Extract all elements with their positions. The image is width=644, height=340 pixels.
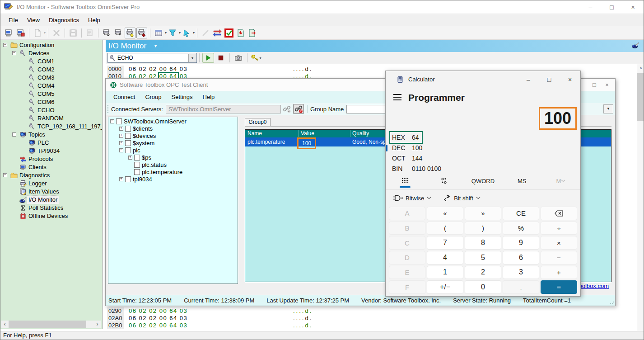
- toolbar-grip[interactable]: [107, 105, 109, 113]
- tree-expander[interactable]: −: [3, 173, 7, 177]
- calc-key-2[interactable]: 2: [465, 266, 501, 279]
- tree-item-label[interactable]: Devices: [27, 49, 51, 57]
- opc-tree-label[interactable]: SWToolbox.OmniServer: [124, 118, 187, 125]
- tree-item-label[interactable]: Poll Statistics: [27, 204, 65, 212]
- radix-row-dec[interactable]: DEC100: [386, 143, 580, 153]
- monitor-config-button[interactable]: [15, 28, 26, 38]
- opc-tree-item--devices[interactable]: +$devices: [108, 132, 238, 140]
- tree-item-label[interactable]: Diagnostics: [18, 171, 51, 179]
- stop-capture-button[interactable]: [215, 53, 227, 63]
- tree-item-label[interactable]: COM2: [36, 66, 56, 74]
- tree-expander[interactable]: +: [119, 127, 123, 131]
- tree-item-label[interactable]: Item Values: [27, 188, 61, 196]
- scroll-up-button[interactable]: ∧: [637, 64, 644, 72]
- tree-item-tcp-192-168-111-197-9764[interactable]: TCP_192_168_111_197_9764: [0, 123, 102, 131]
- tree-item-clients[interactable]: Clients: [0, 163, 102, 171]
- tree-item-label[interactable]: I/O Monitor: [27, 196, 59, 204]
- tree-item-label[interactable]: COM6: [36, 98, 56, 106]
- calc-key-([interactable]: (: [427, 222, 463, 235]
- filter-button[interactable]: [167, 28, 178, 38]
- tree-item-label[interactable]: RANDOM: [36, 114, 65, 123]
- column-header-value[interactable]: Value: [301, 130, 314, 137]
- tree-item-label[interactable]: TCP_192_168_111_197_9764: [36, 123, 103, 131]
- calc-key-5[interactable]: 5: [465, 251, 501, 264]
- opc-maximize-button[interactable]: □: [588, 79, 601, 91]
- item-checkbox[interactable]: [125, 147, 131, 153]
- opc-menu-group[interactable]: Group: [140, 91, 166, 103]
- opc-tree-item-plc[interactable]: −plc: [108, 147, 238, 154]
- opc-tree-item--ps[interactable]: +$ps: [108, 154, 238, 161]
- tree-item-label[interactable]: Clients: [27, 163, 48, 171]
- calc-key-3[interactable]: 3: [503, 266, 539, 279]
- opc-menu-connect[interactable]: Connect: [108, 91, 140, 103]
- grid-view-dropdown[interactable]: ▾: [165, 31, 167, 35]
- combo-dropdown-button[interactable]: ▾: [188, 54, 196, 62]
- calc-key-equals[interactable]: =: [541, 280, 577, 294]
- calc-key-+[interactable]: +: [541, 266, 577, 279]
- tree-item-com3[interactable]: COM3: [0, 74, 102, 82]
- tree-item-com1[interactable]: COM1: [0, 57, 102, 66]
- item-checkbox[interactable]: [134, 162, 140, 168]
- tree-expander[interactable]: −: [12, 51, 16, 55]
- tree-item-label[interactable]: Logger: [27, 179, 48, 188]
- opc-tree-item--system[interactable]: +$system: [108, 140, 238, 147]
- opc-tree-item-swtoolbox-omniserver[interactable]: −SWToolbox.OmniServer: [108, 118, 238, 125]
- maximize-button[interactable]: □: [601, 0, 622, 14]
- tree-item-poll-statistics[interactable]: Poll Statistics: [0, 204, 102, 212]
- opc-close-button[interactable]: ×: [601, 79, 613, 91]
- io-monitor-caret-icon[interactable]: ▾: [154, 40, 157, 52]
- calc-key-»[interactable]: »: [465, 207, 501, 220]
- tree-item-protocols[interactable]: Protocols: [0, 155, 102, 163]
- calc-key-6[interactable]: 6: [503, 251, 539, 264]
- tree-item-i-o-monitor[interactable]: I/O Monitor: [0, 196, 102, 204]
- tree-horizontal-scrollbar[interactable]: ‹ ›: [1, 321, 101, 328]
- tree-item-diagnostics[interactable]: −Diagnostics: [0, 171, 102, 179]
- calc-key-0[interactable]: 0: [465, 280, 501, 294]
- tree-item-devices[interactable]: −Devices: [0, 49, 102, 57]
- bit-keypad-toggle[interactable]: [425, 174, 463, 188]
- tree-expander[interactable]: −: [119, 148, 123, 152]
- item-combo-dropdown-button[interactable]: ▼: [603, 104, 613, 113]
- group-tab[interactable]: Group0: [245, 118, 271, 126]
- scroll-left-button[interactable]: ‹: [1, 321, 9, 328]
- opc-menu-help[interactable]: Help: [198, 91, 220, 103]
- opc-tree-item-plc-status[interactable]: plc.status: [108, 161, 238, 169]
- item-checkbox[interactable]: [125, 133, 131, 139]
- opc-tree-label[interactable]: plc.temperature: [142, 169, 182, 176]
- menu-file[interactable]: File: [4, 14, 23, 26]
- tree-expander[interactable]: −: [12, 132, 16, 137]
- tree-expander[interactable]: +: [119, 134, 123, 138]
- calc-key-%[interactable]: %: [503, 222, 539, 235]
- tree-item-configuration[interactable]: −Configuration: [0, 41, 102, 49]
- select-pointer-dropdown[interactable]: ▾: [193, 31, 195, 35]
- tree-item-topics[interactable]: −Topics: [0, 131, 102, 139]
- calc-key-×[interactable]: ×: [541, 236, 577, 250]
- tree-item-label[interactable]: COM5: [36, 90, 56, 98]
- opc-tree-item--clients[interactable]: +$clients: [108, 125, 238, 132]
- close-button[interactable]: ×: [622, 0, 644, 14]
- tree-item-random[interactable]: RANDOM: [0, 114, 102, 123]
- bitwise-menu-button[interactable]: Bitwise: [390, 193, 434, 203]
- tree-item-com4[interactable]: COM4: [0, 82, 102, 90]
- menu-help[interactable]: Help: [84, 14, 105, 26]
- monitor-device-button[interactable]: [4, 28, 14, 38]
- calc-key-7[interactable]: 7: [427, 236, 463, 250]
- opc-menu-settings[interactable]: Settings: [167, 91, 198, 103]
- tree-expander[interactable]: +: [119, 141, 123, 145]
- scrollbar-thumb[interactable]: [637, 73, 644, 121]
- sync-arrows-button[interactable]: [212, 28, 223, 38]
- tree-item-item-values[interactable]: Item Values: [0, 188, 102, 196]
- memory-store-button[interactable]: MS: [503, 174, 541, 188]
- tree-item-offline-devices[interactable]: Offline Devices: [0, 212, 102, 220]
- start-capture-button[interactable]: [202, 53, 214, 63]
- radix-row-hex[interactable]: HEX64: [386, 132, 580, 143]
- opc-tree-label[interactable]: $devices: [133, 132, 156, 140]
- tree-item-echo[interactable]: ECHO: [0, 106, 102, 114]
- tree-item-logger[interactable]: Logger: [0, 179, 102, 188]
- export-button[interactable]: [247, 28, 258, 38]
- tree-item-label[interactable]: COM4: [36, 82, 56, 90]
- calc-key-)[interactable]: ): [465, 222, 501, 235]
- scroll-right-button[interactable]: ›: [93, 321, 101, 328]
- memory-menu-button[interactable]: M: [541, 174, 580, 188]
- calc-key-1[interactable]: 1: [427, 266, 463, 279]
